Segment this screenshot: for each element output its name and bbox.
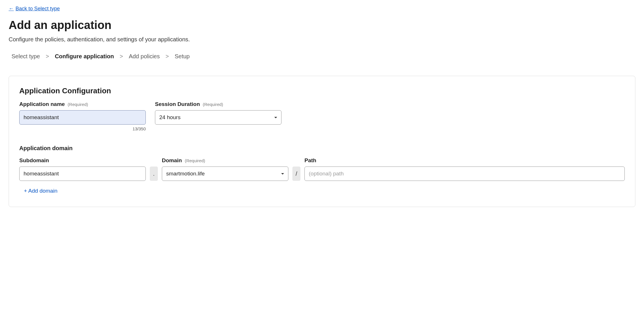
subdomain-label: Subdomain (19, 157, 146, 164)
chevron-right-icon: > (166, 53, 169, 60)
app-name-label: Application name (Required) (19, 101, 146, 107)
breadcrumb: Select type > Configure application > Ad… (9, 53, 635, 60)
char-counter: 13/350 (19, 126, 146, 131)
app-name-input[interactable] (19, 110, 146, 125)
required-tag: (Required) (68, 102, 88, 107)
domain-value: smartmotion.life (166, 171, 205, 177)
path-label: Path (304, 157, 625, 164)
field-path: Path (304, 155, 625, 181)
page-subtitle: Configure the policies, authentication, … (9, 36, 635, 43)
breadcrumb-step-select-type[interactable]: Select type (12, 53, 40, 60)
config-card: Application Configuration Application na… (9, 76, 635, 207)
domain-label: Domain (Required) (162, 157, 288, 164)
session-duration-value: 24 hours (159, 114, 181, 121)
field-subdomain: Subdomain (19, 155, 146, 181)
page-title: Add an application (9, 19, 635, 32)
chevron-right-icon: > (46, 53, 49, 60)
breadcrumb-step-add-policies[interactable]: Add policies (129, 53, 160, 60)
section-title: Application Configuration (19, 86, 625, 95)
path-input[interactable] (304, 167, 625, 181)
breadcrumb-step-configure-app[interactable]: Configure application (55, 53, 114, 60)
required-tag: (Required) (185, 158, 205, 163)
session-duration-select[interactable]: 24 hours (155, 110, 281, 125)
field-domain: Domain (Required) smartmotion.life (162, 155, 288, 181)
session-duration-label: Session Duration (Required) (155, 101, 281, 107)
chevron-right-icon: > (120, 53, 123, 60)
dot-connector: . (150, 167, 158, 181)
arrow-left-icon: ← (9, 6, 14, 12)
breadcrumb-step-setup[interactable]: Setup (175, 53, 189, 60)
add-domain-button[interactable]: + Add domain (24, 188, 57, 194)
domain-section-title: Application domain (19, 145, 625, 152)
field-app-name: Application name (Required) 13/350 (19, 99, 146, 131)
slash-connector: / (292, 167, 300, 181)
domain-select[interactable]: smartmotion.life (162, 167, 288, 181)
field-session-duration: Session Duration (Required) 24 hours (155, 99, 281, 125)
subdomain-input[interactable] (19, 167, 146, 181)
required-tag: (Required) (203, 102, 223, 107)
back-link-label: Back to Select type (16, 6, 60, 12)
back-link[interactable]: ← Back to Select type (9, 6, 60, 12)
